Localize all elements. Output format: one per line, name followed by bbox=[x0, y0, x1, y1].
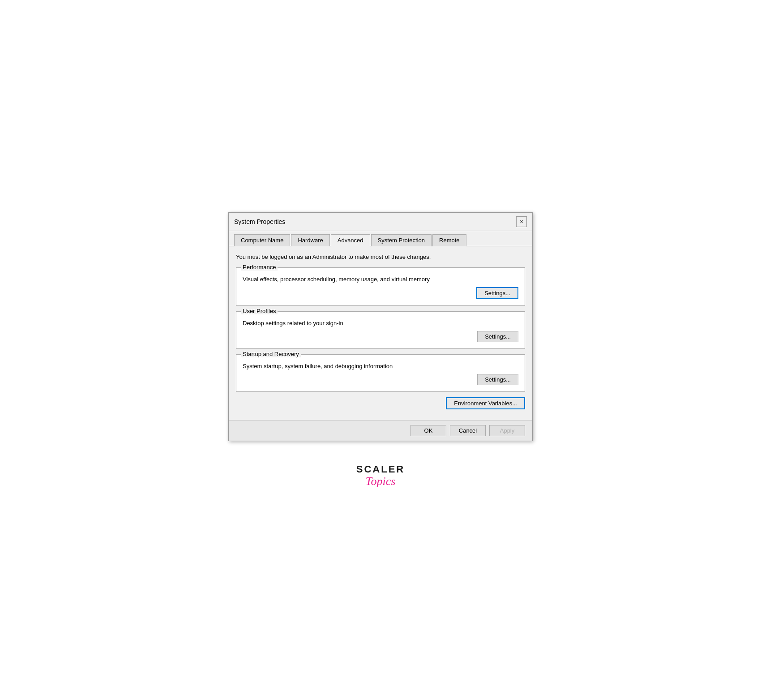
scaler-text: SCALER bbox=[356, 464, 405, 475]
admin-notice: You must be logged on as an Administrato… bbox=[236, 252, 525, 262]
startup-recovery-button-row: Settings... bbox=[243, 374, 518, 385]
performance-section: Performance Visual effects, processor sc… bbox=[236, 267, 525, 306]
cancel-button[interactable]: Cancel bbox=[450, 425, 486, 436]
startup-recovery-description: System startup, system failure, and debu… bbox=[243, 363, 518, 369]
page-wrapper: System Properties × Computer Name Hardwa… bbox=[210, 194, 551, 506]
startup-recovery-settings-button[interactable]: Settings... bbox=[477, 374, 518, 385]
user-profiles-legend: User Profiles bbox=[241, 308, 278, 314]
user-profiles-settings-button[interactable]: Settings... bbox=[477, 331, 518, 342]
topics-text: Topics bbox=[366, 475, 396, 488]
user-profiles-description: Desktop settings related to your sign-in bbox=[243, 320, 518, 326]
content-area: You must be logged on as an Administrato… bbox=[229, 246, 532, 420]
system-properties-dialog: System Properties × Computer Name Hardwa… bbox=[228, 212, 533, 441]
user-profiles-button-row: Settings... bbox=[243, 331, 518, 342]
scaler-logo: SCALER Topics bbox=[356, 464, 405, 488]
tab-bar: Computer Name Hardware Advanced System P… bbox=[229, 231, 532, 246]
ok-button[interactable]: OK bbox=[410, 425, 446, 436]
performance-settings-button[interactable]: Settings... bbox=[476, 287, 518, 299]
dialog-title: System Properties bbox=[234, 218, 285, 225]
tab-computer-name[interactable]: Computer Name bbox=[234, 234, 290, 246]
startup-recovery-section: Startup and Recovery System startup, sys… bbox=[236, 354, 525, 392]
performance-description: Visual effects, processor scheduling, me… bbox=[243, 276, 518, 283]
apply-button[interactable]: Apply bbox=[489, 425, 525, 436]
performance-legend: Performance bbox=[241, 264, 278, 271]
close-button[interactable]: × bbox=[516, 216, 527, 227]
tab-remote[interactable]: Remote bbox=[432, 234, 466, 246]
environment-variables-button[interactable]: Environment Variables... bbox=[446, 397, 525, 409]
env-variables-row: Environment Variables... bbox=[236, 397, 525, 409]
user-profiles-section: User Profiles Desktop settings related t… bbox=[236, 311, 525, 349]
performance-button-row: Settings... bbox=[243, 287, 518, 299]
bottom-bar: OK Cancel Apply bbox=[229, 420, 532, 441]
tab-hardware[interactable]: Hardware bbox=[291, 234, 329, 246]
tab-advanced[interactable]: Advanced bbox=[331, 234, 370, 246]
startup-recovery-legend: Startup and Recovery bbox=[241, 351, 301, 357]
title-bar: System Properties × bbox=[229, 213, 532, 231]
tab-system-protection[interactable]: System Protection bbox=[371, 234, 432, 246]
